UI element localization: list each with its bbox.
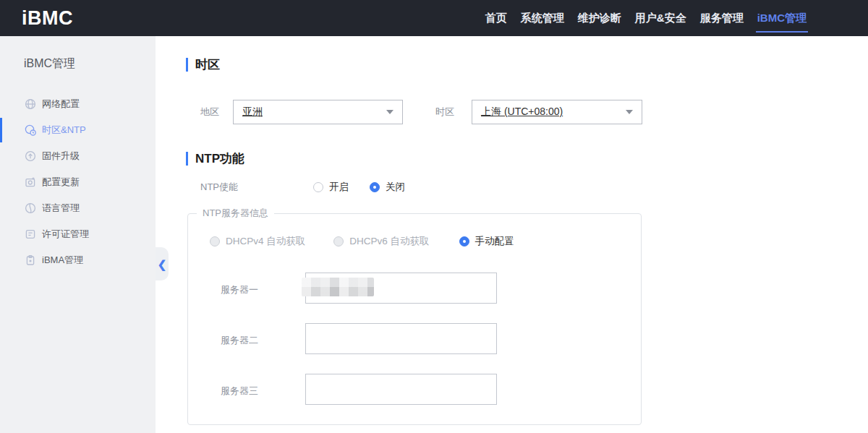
sidebar-item-label: 固件升级 xyxy=(42,150,80,163)
license-icon xyxy=(24,228,36,241)
ntp-mode-radio-group: DHCPv4 自动获取 DHCPv6 自动获取 手动配置 xyxy=(210,231,514,252)
server1-label: 服务器一 xyxy=(221,283,258,296)
language-icon xyxy=(24,202,36,215)
sidebar-title: iBMC管理 xyxy=(0,36,156,72)
chevron-down-icon xyxy=(386,110,393,114)
timezone-section-title: 时区 xyxy=(186,58,220,72)
ntp-on-label[interactable]: 开启 xyxy=(329,181,349,194)
sidebar-collapse-handle[interactable]: ❮ xyxy=(156,247,169,280)
sidebar-item-timezone-ntp[interactable]: 时区&NTP xyxy=(0,117,156,143)
ntp-off-label[interactable]: 关闭 xyxy=(386,181,405,194)
ibma-icon xyxy=(24,254,36,267)
nav-maintenance-diagnosis[interactable]: 维护诊断 xyxy=(576,0,623,36)
server3-input[interactable] xyxy=(305,374,497,405)
chevron-left-icon: ❮ xyxy=(158,259,167,270)
dhcpv4-radio[interactable] xyxy=(210,236,220,246)
sidebar-item-language-management[interactable]: 语言管理 xyxy=(0,195,156,221)
ibmc-page: iBMC 首页 系统管理 维护诊断 用户&安全 服务管理 iBMC管理 iBMC… xyxy=(0,0,868,433)
nav-user-security[interactable]: 用户&安全 xyxy=(634,0,688,36)
manual-config-label[interactable]: 手动配置 xyxy=(475,235,514,248)
ntp-enable-label: NTP使能 xyxy=(200,180,238,194)
sidebar: iBMC管理 网络配置 时区&NTP 固件升级 配置更新 xyxy=(0,36,156,433)
top-navigation: 首页 系统管理 维护诊断 用户&安全 服务管理 iBMC管理 xyxy=(484,0,868,36)
ntp-section-title: NTP功能 xyxy=(186,152,244,166)
timezone-select-value: 上海 (UTC+08:00) xyxy=(481,106,563,119)
dhcpv6-radio[interactable] xyxy=(333,236,344,246)
sidebar-item-label: 许可证管理 xyxy=(42,228,89,241)
nav-home[interactable]: 首页 xyxy=(484,0,509,36)
timezone-label: 时区 xyxy=(435,105,454,119)
top-bar: iBMC 首页 系统管理 维护诊断 用户&安全 服务管理 iBMC管理 xyxy=(0,0,868,36)
sidebar-item-label: 网络配置 xyxy=(42,98,80,111)
nav-service-management[interactable]: 服务管理 xyxy=(699,0,745,36)
ntp-on-radio[interactable] xyxy=(313,182,323,192)
sidebar-item-label: 语言管理 xyxy=(42,202,80,215)
sidebar-item-label: iBMA管理 xyxy=(42,254,83,267)
server1-input[interactable] xyxy=(305,273,497,304)
network-icon xyxy=(24,98,36,111)
chevron-down-icon xyxy=(626,110,633,114)
timezone-select[interactable]: 上海 (UTC+08:00) xyxy=(472,100,642,124)
sidebar-item-label: 配置更新 xyxy=(42,176,80,189)
dhcpv4-label[interactable]: DHCPv4 自动获取 xyxy=(226,235,305,248)
timezone-icon xyxy=(24,124,36,137)
sidebar-item-firmware-upgrade[interactable]: 固件升级 xyxy=(0,143,156,169)
server2-input[interactable] xyxy=(305,323,497,354)
sidebar-item-ibma-management[interactable]: iBMA管理 xyxy=(0,247,156,273)
ntp-server-info-legend: NTP服务器信息 xyxy=(197,207,274,220)
ntp-off-radio[interactable] xyxy=(370,182,380,192)
server2-label: 服务器二 xyxy=(221,334,258,347)
dhcpv6-label[interactable]: DHCPv6 自动获取 xyxy=(349,235,429,248)
nav-system-management[interactable]: 系统管理 xyxy=(519,0,566,36)
firmware-upgrade-icon xyxy=(24,150,36,163)
sidebar-item-network-config[interactable]: 网络配置 xyxy=(0,91,156,117)
ibmc-logo: iBMC xyxy=(22,7,73,30)
server3-label: 服务器三 xyxy=(221,385,258,398)
region-select-value: 亚洲 xyxy=(242,106,263,119)
region-label: 地区 xyxy=(200,105,219,119)
sidebar-item-label: 时区&NTP xyxy=(42,124,86,137)
config-update-icon xyxy=(24,176,36,189)
sidebar-item-config-update[interactable]: 配置更新 xyxy=(0,169,156,195)
nav-ibmc-management[interactable]: iBMC管理 xyxy=(756,0,808,36)
region-select[interactable]: 亚洲 xyxy=(233,100,403,124)
ntp-enable-radio-group: 开启 关闭 xyxy=(313,177,405,197)
sidebar-item-license-management[interactable]: 许可证管理 xyxy=(0,221,156,247)
manual-config-radio[interactable] xyxy=(459,236,469,246)
